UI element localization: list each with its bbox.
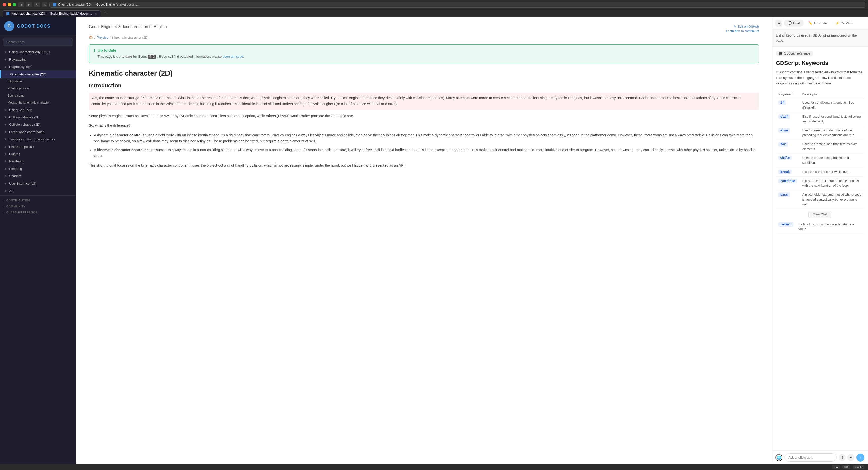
expand-icon: ⊞ <box>4 145 7 148</box>
intro-paragraph: Yes, the name sounds strange. "Kinematic… <box>89 93 759 110</box>
sidebar-section-contributing[interactable]: › CONTRIBUTING <box>0 197 76 203</box>
breadcrumb-separator: / <box>94 35 95 39</box>
sidebar-item-label: Using SoftBody <box>9 108 32 112</box>
sidebar-item-physics-process[interactable]: Physics process <box>0 85 76 92</box>
search-input[interactable] <box>3 38 73 46</box>
keyword-row: for Used to create a loop that iterates … <box>776 140 864 154</box>
keyword-col-header: Keyword <box>776 90 800 98</box>
sidebar-item-kinematic[interactable]: ○ Kinematic character (2D) <box>0 70 76 78</box>
sidebar-item-characterbody[interactable]: ⊞ Using CharacterBody2D/3D <box>0 48 76 56</box>
sidebar-item-ragdoll[interactable]: ⊞ Ragdoll system <box>0 63 76 70</box>
sidebar-item-label: User interface (UI) <box>9 181 36 185</box>
sidebar-item-rendering[interactable]: ⊞ Rendering <box>0 158 76 165</box>
panel-sidebar-button[interactable]: ▣ <box>775 20 782 27</box>
window-controls <box>3 3 16 6</box>
send-button[interactable]: ↑ <box>856 454 864 462</box>
edit-github-link[interactable]: ✎ Edit on GitHub <box>734 25 759 28</box>
sidebar-item-plugins[interactable]: ⊞ Plugins <box>0 150 76 158</box>
sidebar-item-introduction[interactable]: Introduction <box>0 78 76 85</box>
expand-icon: ⊞ <box>4 167 7 171</box>
breadcrumb-separator-2: / <box>110 35 111 39</box>
nav-back-button[interactable]: ◀ <box>18 2 24 7</box>
expand-icon: ⊞ <box>4 51 7 54</box>
keyword-row: continue Skips the current iteration and… <box>776 176 864 190</box>
sidebar-item-platform[interactable]: ⊞ Platform-specific <box>0 143 76 150</box>
keyword-desc: Skips the current iteration and continue… <box>800 176 864 190</box>
sidebar-item-raycasting[interactable]: ⊞ Ray-casting <box>0 56 76 63</box>
keyword-row: break Exits the current for or while loo… <box>776 167 864 176</box>
bullet-1-text: uses a rigid body with an infinite inert… <box>94 133 752 143</box>
notice-icon: ℹ <box>94 48 95 53</box>
sidebar-item-large-world[interactable]: ⊞ Large world coordinates <box>0 128 76 136</box>
status-badge-flag: en <box>833 465 840 469</box>
bullet-item-kinematic: A kinematic character controller is assu… <box>94 147 759 159</box>
notice-text-after: . If you still find outdated information… <box>157 55 222 58</box>
notice-text: This page is up to date for Godot 4.3 . … <box>98 54 244 59</box>
open-issue-link[interactable]: open an issue. <box>223 55 244 58</box>
sidebar-section-label: CONTRIBUTING <box>6 199 31 202</box>
footer-plus-button[interactable]: + <box>847 454 854 461</box>
panel-tabs: 💬 Chat ✏️ Annotate ⚡ Go Wild <box>784 20 856 27</box>
sidebar-item-scene-setup[interactable]: Scene setup <box>0 92 76 99</box>
sidebar-section-class-reference[interactable]: › CLASS REFERENCE <box>0 209 76 215</box>
globe-button[interactable]: 🌐 <box>775 454 782 461</box>
status-bar: en ⌨ stable <box>0 464 868 470</box>
keyword-row: pass A placeholder statement used where … <box>776 190 864 209</box>
sidebar-item-label: Ray-casting <box>9 58 27 61</box>
sidebar-item-label: Shaders <box>9 174 21 178</box>
sidebar-item-moving-kinematic[interactable]: Moving the kinematic character <box>0 99 76 106</box>
new-tab-button[interactable]: + <box>102 10 107 17</box>
panel-tab-annotate[interactable]: ✏️ Annotate <box>805 20 831 27</box>
maximize-window-button[interactable] <box>13 3 16 6</box>
sidebar-item-shaders[interactable]: ⊞ Shaders <box>0 172 76 180</box>
expand-icon: ⊞ <box>4 174 7 178</box>
sidebar-item-collision3d[interactable]: ⊞ Collision shapes (3D) <box>0 121 76 128</box>
sidebar-item-label: Platform-specific <box>9 145 33 148</box>
sidebar-item-softbody[interactable]: ⊞ Using SoftBody <box>0 106 76 113</box>
browser-tab[interactable]: Kinematic character (2D) — Godot Engine … <box>3 10 101 17</box>
notice-text-before: This page is <box>98 55 116 58</box>
clear-chat-button[interactable]: Clear Chat <box>808 211 832 218</box>
chat-icon: 💬 <box>787 21 792 25</box>
panel-tab-chat[interactable]: 💬 Chat <box>784 20 804 27</box>
breadcrumb-physics[interactable]: Physics <box>97 35 108 39</box>
close-window-button[interactable] <box>3 3 6 6</box>
followup-input[interactable] <box>784 453 837 462</box>
panel-tab-gowild-label: Go Wild <box>841 21 852 25</box>
sidebar-item-label: Plugins <box>9 152 20 156</box>
sidebar-item-scripting[interactable]: ⊞ Scripting <box>0 165 76 172</box>
right-panel-body: G GDScript reference GDScript Keywords G… <box>772 47 868 450</box>
expand-icon: ⊞ <box>4 115 7 119</box>
sidebar-item-collision2d[interactable]: ⊞ Collision shapes (2D) <box>0 113 76 121</box>
footer-share-button[interactable]: ⇪ <box>839 454 846 461</box>
result-title: GDScript Keywords <box>776 60 864 66</box>
sidebar-item-label: Large world coordinates <box>9 130 44 134</box>
logo-icon: G <box>4 21 14 31</box>
app-body: G GODOT DOCS ⊞ Using CharacterBody2D/3D … <box>0 17 868 464</box>
sidebar-item-ui[interactable]: ⊞ User interface (UI) <box>0 180 76 187</box>
sidebar-logo: G GODOT DOCS <box>0 17 76 35</box>
panel-tab-gowild[interactable]: ⚡ Go Wild <box>832 20 856 27</box>
sidebar-item-label: Troubleshooting physics issues <box>9 137 55 141</box>
learn-contribute-link[interactable]: Learn how to contribute! <box>726 29 759 33</box>
tab-close-icon[interactable]: ✕ <box>95 12 97 15</box>
sidebar-item-troubleshooting[interactable]: ⊞ Troubleshooting physics issues <box>0 136 76 143</box>
keyword-badge-return: return <box>778 222 794 227</box>
right-panel-header: ▣ 💬 Chat ✏️ Annotate ⚡ Go Wild <box>772 17 868 29</box>
nav-forward-button[interactable]: ▶ <box>26 2 32 7</box>
breadcrumb-home[interactable]: 🏠 <box>89 35 93 39</box>
bullet-2-bold: kinematic character controller <box>97 148 148 152</box>
keyword-table-extra-body: return Exits a function and optionally r… <box>776 220 864 234</box>
nav-reload-button[interactable]: ↻ <box>34 2 40 7</box>
bullet-item-dynamic: A dynamic character controller uses a ri… <box>94 132 759 144</box>
sidebar-section-community[interactable]: › COMMUNITY <box>0 203 76 209</box>
nav-home-button[interactable]: ⌂ <box>42 2 48 7</box>
minimize-window-button[interactable] <box>8 3 11 6</box>
para-end: This short tutorial focuses on the kinem… <box>89 163 759 169</box>
sidebar-item-xr[interactable]: ⊞ XR <box>0 187 76 195</box>
para-2: Some physics engines, such as Havok seem… <box>89 113 759 119</box>
keyword-table-extra: return Exits a function and optionally r… <box>776 220 864 234</box>
keyword-badge: continue <box>778 179 797 183</box>
address-bar[interactable]: Kinematic character (2D) — Godot Engine … <box>50 2 865 8</box>
keyword-desc: A placeholder statement used where code … <box>800 190 864 209</box>
